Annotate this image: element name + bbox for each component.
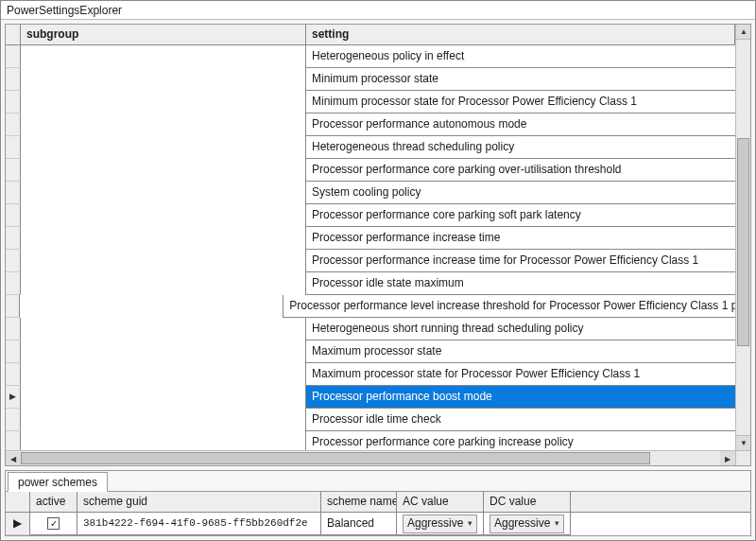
cell-subgroup[interactable]	[21, 204, 306, 227]
horizontal-scrollbar[interactable]: ◀ ▶	[6, 450, 735, 465]
dc-value-dropdown[interactable]: Aggressive ▾	[490, 515, 564, 533]
row-header	[6, 272, 21, 295]
cell-subgroup[interactable]	[21, 91, 306, 113]
row-header	[6, 136, 21, 159]
row-header-corner	[6, 25, 21, 44]
cell-ac-value[interactable]: Aggressive ▾	[397, 513, 484, 535]
cell-subgroup[interactable]	[21, 45, 306, 68]
settings-row[interactable]: Maximum processor state for Processor Po…	[6, 363, 735, 386]
settings-row[interactable]: Minimum processor state for Processor Po…	[6, 91, 735, 113]
cell-subgroup[interactable]	[21, 182, 306, 204]
settings-row[interactable]: System cooling policy	[6, 182, 735, 204]
column-header-ac-value[interactable]: AC value	[397, 492, 484, 512]
scroll-right-button[interactable]: ▶	[720, 451, 735, 466]
row-header	[6, 113, 21, 136]
cell-subgroup[interactable]	[21, 250, 306, 272]
settings-row[interactable]: Processor performance autonomous mode	[6, 113, 735, 136]
ac-value-dropdown[interactable]: Aggressive ▾	[403, 515, 477, 533]
settings-row[interactable]: Maximum processor state	[6, 340, 735, 363]
settings-row[interactable]: Processor performance core parking soft …	[6, 204, 735, 227]
cell-subgroup[interactable]	[21, 363, 306, 386]
cell-subgroup[interactable]	[20, 295, 284, 318]
cell-setting[interactable]: Processor performance level increase thr…	[284, 295, 735, 318]
ac-value-text: Aggressive	[407, 513, 463, 534]
settings-row[interactable]: Processor performance increase time for …	[6, 250, 735, 272]
settings-row[interactable]: Heterogeneous short running thread sched…	[6, 318, 735, 340]
settings-row[interactable]: Processor idle state maximum	[6, 272, 735, 295]
scheme-row[interactable]: ▶ ✓ 381b4222-f694-41f0-9685-ff5bb260df2e…	[6, 513, 750, 535]
column-header-setting[interactable]: setting	[306, 25, 735, 44]
cell-setting[interactable]: Processor performance core parking incre…	[306, 431, 735, 450]
schemes-grid-header: active scheme guid scheme name AC value …	[6, 492, 750, 513]
schemes-grid[interactable]: active scheme guid scheme name AC value …	[6, 492, 750, 535]
cell-setting[interactable]: Minimum processor state for Processor Po…	[306, 91, 735, 113]
horizontal-scroll-track[interactable]	[21, 451, 720, 465]
cell-subgroup[interactable]	[21, 318, 306, 340]
current-row-indicator: ▶	[6, 513, 30, 535]
cell-subgroup[interactable]	[21, 272, 306, 295]
row-header	[6, 340, 21, 363]
scroll-left-button[interactable]: ◀	[6, 452, 21, 467]
cell-subgroup[interactable]	[21, 431, 306, 450]
column-header-dc-value[interactable]: DC value	[484, 492, 571, 512]
cell-subgroup[interactable]	[21, 159, 306, 182]
app-window: PowerSettingsExplorer subgroup setting H…	[0, 0, 756, 541]
cell-setting[interactable]: Processor performance increase time	[306, 227, 735, 250]
tab-power-schemes[interactable]: power schemes	[8, 472, 108, 492]
column-header-subgroup[interactable]: subgroup	[21, 25, 306, 44]
cell-setting[interactable]: Processor performance core parking over-…	[306, 159, 735, 182]
settings-row[interactable]: ▶Processor performance boost mode	[6, 386, 735, 409]
chevron-down-icon: ▾	[555, 513, 559, 534]
settings-row[interactable]: Processor idle time check	[6, 409, 735, 431]
scroll-up-button[interactable]: ▲	[736, 25, 751, 40]
cell-subgroup[interactable]	[21, 227, 306, 250]
vertical-scroll-thumb[interactable]	[737, 138, 749, 346]
cell-setting[interactable]: Heterogeneous short running thread sched…	[306, 318, 735, 340]
cell-subgroup[interactable]	[21, 68, 306, 91]
scroll-down-button[interactable]: ▼	[736, 435, 751, 450]
settings-row[interactable]: Processor performance level increase thr…	[6, 295, 735, 318]
column-header-guid[interactable]: scheme guid	[77, 492, 321, 512]
row-header	[6, 91, 21, 113]
cell-subgroup[interactable]	[21, 113, 306, 136]
cell-setting[interactable]: Processor performance core parking soft …	[306, 204, 735, 227]
settings-row[interactable]: Processor performance core parking incre…	[6, 431, 735, 450]
horizontal-scroll-thumb[interactable]	[21, 452, 650, 464]
row-header	[6, 227, 21, 250]
cell-dc-value[interactable]: Aggressive ▾	[484, 513, 571, 535]
cell-setting[interactable]: System cooling policy	[306, 182, 735, 204]
row-header: ▶	[6, 386, 21, 409]
settings-row[interactable]: Minimum processor state	[6, 68, 735, 91]
row-header	[6, 45, 21, 68]
row-header	[6, 318, 21, 340]
cell-subgroup[interactable]	[21, 386, 306, 409]
cell-setting[interactable]: Heterogeneous thread scheduling policy	[306, 136, 735, 159]
cell-setting[interactable]: Maximum processor state for Processor Po…	[306, 363, 735, 386]
cell-subgroup[interactable]	[21, 409, 306, 431]
cell-guid[interactable]: 381b4222-f694-41f0-9685-ff5bb260df2e	[77, 513, 321, 535]
cell-setting[interactable]: Heterogeneous policy in effect	[306, 45, 735, 68]
cell-subgroup[interactable]	[21, 340, 306, 363]
settings-row[interactable]: Processor performance core parking over-…	[6, 159, 735, 182]
settings-grid-body[interactable]: Heterogeneous policy in effectMinimum pr…	[6, 45, 735, 450]
vertical-scrollbar[interactable]: ▲ ▼	[735, 25, 750, 450]
cell-setting[interactable]: Minimum processor state	[306, 68, 735, 91]
cell-subgroup[interactable]	[21, 136, 306, 159]
cell-setting[interactable]: Processor performance boost mode	[306, 386, 735, 409]
column-header-scheme-name[interactable]: scheme name	[321, 492, 397, 512]
cell-active[interactable]: ✓	[30, 513, 77, 535]
settings-grid[interactable]: subgroup setting Heterogeneous policy in…	[6, 25, 735, 450]
cell-setting[interactable]: Processor performance autonomous mode	[306, 113, 735, 136]
cell-scheme-name[interactable]: Balanced	[321, 513, 397, 535]
cell-setting[interactable]: Processor idle time check	[306, 409, 735, 431]
cell-setting[interactable]: Processor idle state maximum	[306, 272, 735, 295]
cell-setting[interactable]: Processor performance increase time for …	[306, 250, 735, 272]
active-checkbox[interactable]: ✓	[47, 517, 60, 530]
cell-setting[interactable]: Maximum processor state	[306, 340, 735, 363]
schemes-tabbar: power schemes	[6, 471, 750, 492]
settings-row[interactable]: Heterogeneous policy in effect	[6, 45, 735, 68]
chevron-down-icon: ▾	[468, 513, 472, 534]
column-header-active[interactable]: active	[30, 492, 77, 512]
settings-row[interactable]: Heterogeneous thread scheduling policy	[6, 136, 735, 159]
settings-row[interactable]: Processor performance increase time	[6, 227, 735, 250]
